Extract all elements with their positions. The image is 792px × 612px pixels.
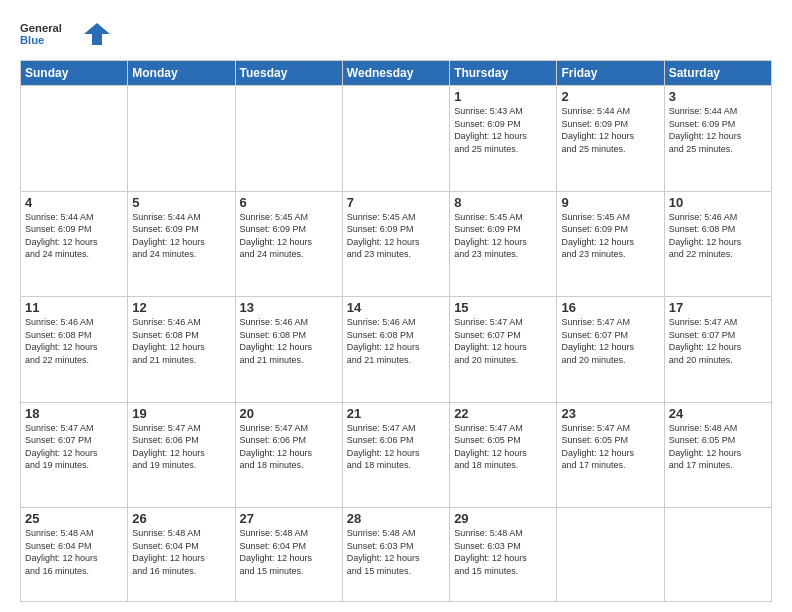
day-info: Sunrise: 5:45 AM Sunset: 6:09 PM Dayligh… xyxy=(347,211,445,261)
calendar-cell xyxy=(21,86,128,192)
calendar-cell: 28Sunrise: 5:48 AM Sunset: 6:03 PM Dayli… xyxy=(342,508,449,602)
day-header-saturday: Saturday xyxy=(664,61,771,86)
calendar-body: 1Sunrise: 5:43 AM Sunset: 6:09 PM Daylig… xyxy=(21,86,772,602)
calendar-cell: 1Sunrise: 5:43 AM Sunset: 6:09 PM Daylig… xyxy=(450,86,557,192)
day-number: 9 xyxy=(561,195,659,210)
calendar-cell: 21Sunrise: 5:47 AM Sunset: 6:06 PM Dayli… xyxy=(342,402,449,508)
day-header-wednesday: Wednesday xyxy=(342,61,449,86)
day-header-sunday: Sunday xyxy=(21,61,128,86)
calendar-cell: 6Sunrise: 5:45 AM Sunset: 6:09 PM Daylig… xyxy=(235,191,342,297)
day-number: 19 xyxy=(132,406,230,421)
day-info: Sunrise: 5:46 AM Sunset: 6:08 PM Dayligh… xyxy=(669,211,767,261)
calendar-cell: 13Sunrise: 5:46 AM Sunset: 6:08 PM Dayli… xyxy=(235,297,342,403)
logo: General Blue xyxy=(20,16,110,52)
day-number: 11 xyxy=(25,300,123,315)
day-number: 23 xyxy=(561,406,659,421)
day-info: Sunrise: 5:48 AM Sunset: 6:03 PM Dayligh… xyxy=(454,527,552,577)
day-info: Sunrise: 5:46 AM Sunset: 6:08 PM Dayligh… xyxy=(347,316,445,366)
day-number: 12 xyxy=(132,300,230,315)
calendar-cell: 9Sunrise: 5:45 AM Sunset: 6:09 PM Daylig… xyxy=(557,191,664,297)
day-info: Sunrise: 5:48 AM Sunset: 6:04 PM Dayligh… xyxy=(240,527,338,577)
calendar-cell: 12Sunrise: 5:46 AM Sunset: 6:08 PM Dayli… xyxy=(128,297,235,403)
day-header-monday: Monday xyxy=(128,61,235,86)
calendar-header: SundayMondayTuesdayWednesdayThursdayFrid… xyxy=(21,61,772,86)
calendar-cell: 22Sunrise: 5:47 AM Sunset: 6:05 PM Dayli… xyxy=(450,402,557,508)
day-number: 28 xyxy=(347,511,445,526)
calendar-cell xyxy=(557,508,664,602)
calendar-cell: 2Sunrise: 5:44 AM Sunset: 6:09 PM Daylig… xyxy=(557,86,664,192)
day-info: Sunrise: 5:47 AM Sunset: 6:07 PM Dayligh… xyxy=(25,422,123,472)
day-number: 8 xyxy=(454,195,552,210)
day-info: Sunrise: 5:47 AM Sunset: 6:06 PM Dayligh… xyxy=(347,422,445,472)
day-number: 14 xyxy=(347,300,445,315)
header: General Blue xyxy=(20,16,772,52)
calendar-cell xyxy=(342,86,449,192)
day-header-thursday: Thursday xyxy=(450,61,557,86)
calendar-cell: 24Sunrise: 5:48 AM Sunset: 6:05 PM Dayli… xyxy=(664,402,771,508)
day-number: 21 xyxy=(347,406,445,421)
week-row-2: 4Sunrise: 5:44 AM Sunset: 6:09 PM Daylig… xyxy=(21,191,772,297)
day-info: Sunrise: 5:48 AM Sunset: 6:04 PM Dayligh… xyxy=(132,527,230,577)
week-row-5: 25Sunrise: 5:48 AM Sunset: 6:04 PM Dayli… xyxy=(21,508,772,602)
calendar-cell xyxy=(235,86,342,192)
calendar-cell: 15Sunrise: 5:47 AM Sunset: 6:07 PM Dayli… xyxy=(450,297,557,403)
day-info: Sunrise: 5:47 AM Sunset: 6:07 PM Dayligh… xyxy=(561,316,659,366)
calendar-cell: 26Sunrise: 5:48 AM Sunset: 6:04 PM Dayli… xyxy=(128,508,235,602)
calendar-cell: 7Sunrise: 5:45 AM Sunset: 6:09 PM Daylig… xyxy=(342,191,449,297)
calendar-cell: 25Sunrise: 5:48 AM Sunset: 6:04 PM Dayli… xyxy=(21,508,128,602)
day-header-friday: Friday xyxy=(557,61,664,86)
day-number: 20 xyxy=(240,406,338,421)
day-number: 15 xyxy=(454,300,552,315)
week-row-3: 11Sunrise: 5:46 AM Sunset: 6:08 PM Dayli… xyxy=(21,297,772,403)
day-number: 4 xyxy=(25,195,123,210)
svg-text:Blue: Blue xyxy=(20,34,44,46)
day-number: 16 xyxy=(561,300,659,315)
day-info: Sunrise: 5:48 AM Sunset: 6:05 PM Dayligh… xyxy=(669,422,767,472)
day-number: 26 xyxy=(132,511,230,526)
day-info: Sunrise: 5:47 AM Sunset: 6:07 PM Dayligh… xyxy=(669,316,767,366)
day-info: Sunrise: 5:45 AM Sunset: 6:09 PM Dayligh… xyxy=(240,211,338,261)
day-info: Sunrise: 5:46 AM Sunset: 6:08 PM Dayligh… xyxy=(132,316,230,366)
calendar-cell: 11Sunrise: 5:46 AM Sunset: 6:08 PM Dayli… xyxy=(21,297,128,403)
day-info: Sunrise: 5:44 AM Sunset: 6:09 PM Dayligh… xyxy=(561,105,659,155)
day-info: Sunrise: 5:47 AM Sunset: 6:06 PM Dayligh… xyxy=(132,422,230,472)
day-number: 22 xyxy=(454,406,552,421)
svg-text:General: General xyxy=(20,22,62,34)
day-info: Sunrise: 5:46 AM Sunset: 6:08 PM Dayligh… xyxy=(25,316,123,366)
day-info: Sunrise: 5:44 AM Sunset: 6:09 PM Dayligh… xyxy=(669,105,767,155)
day-number: 3 xyxy=(669,89,767,104)
day-info: Sunrise: 5:46 AM Sunset: 6:08 PM Dayligh… xyxy=(240,316,338,366)
calendar-cell: 3Sunrise: 5:44 AM Sunset: 6:09 PM Daylig… xyxy=(664,86,771,192)
day-info: Sunrise: 5:45 AM Sunset: 6:09 PM Dayligh… xyxy=(454,211,552,261)
week-row-4: 18Sunrise: 5:47 AM Sunset: 6:07 PM Dayli… xyxy=(21,402,772,508)
day-info: Sunrise: 5:47 AM Sunset: 6:07 PM Dayligh… xyxy=(454,316,552,366)
calendar-cell: 29Sunrise: 5:48 AM Sunset: 6:03 PM Dayli… xyxy=(450,508,557,602)
calendar-cell: 8Sunrise: 5:45 AM Sunset: 6:09 PM Daylig… xyxy=(450,191,557,297)
calendar-cell: 10Sunrise: 5:46 AM Sunset: 6:08 PM Dayli… xyxy=(664,191,771,297)
day-info: Sunrise: 5:44 AM Sunset: 6:09 PM Dayligh… xyxy=(25,211,123,261)
day-info: Sunrise: 5:48 AM Sunset: 6:03 PM Dayligh… xyxy=(347,527,445,577)
day-number: 6 xyxy=(240,195,338,210)
day-number: 17 xyxy=(669,300,767,315)
day-info: Sunrise: 5:44 AM Sunset: 6:09 PM Dayligh… xyxy=(132,211,230,261)
calendar-cell xyxy=(128,86,235,192)
calendar-cell: 4Sunrise: 5:44 AM Sunset: 6:09 PM Daylig… xyxy=(21,191,128,297)
calendar-cell: 17Sunrise: 5:47 AM Sunset: 6:07 PM Dayli… xyxy=(664,297,771,403)
day-number: 1 xyxy=(454,89,552,104)
page: General Blue SundayMondayTuesdayWednesda… xyxy=(0,0,792,612)
day-number: 18 xyxy=(25,406,123,421)
calendar-cell: 20Sunrise: 5:47 AM Sunset: 6:06 PM Dayli… xyxy=(235,402,342,508)
calendar-cell xyxy=(664,508,771,602)
day-info: Sunrise: 5:48 AM Sunset: 6:04 PM Dayligh… xyxy=(25,527,123,577)
calendar-table: SundayMondayTuesdayWednesdayThursdayFrid… xyxy=(20,60,772,602)
day-info: Sunrise: 5:47 AM Sunset: 6:06 PM Dayligh… xyxy=(240,422,338,472)
day-number: 25 xyxy=(25,511,123,526)
day-info: Sunrise: 5:47 AM Sunset: 6:05 PM Dayligh… xyxy=(561,422,659,472)
week-row-1: 1Sunrise: 5:43 AM Sunset: 6:09 PM Daylig… xyxy=(21,86,772,192)
logo-svg: General Blue xyxy=(20,16,80,52)
calendar-cell: 23Sunrise: 5:47 AM Sunset: 6:05 PM Dayli… xyxy=(557,402,664,508)
day-info: Sunrise: 5:45 AM Sunset: 6:09 PM Dayligh… xyxy=(561,211,659,261)
calendar-cell: 18Sunrise: 5:47 AM Sunset: 6:07 PM Dayli… xyxy=(21,402,128,508)
calendar-cell: 16Sunrise: 5:47 AM Sunset: 6:07 PM Dayli… xyxy=(557,297,664,403)
day-info: Sunrise: 5:43 AM Sunset: 6:09 PM Dayligh… xyxy=(454,105,552,155)
